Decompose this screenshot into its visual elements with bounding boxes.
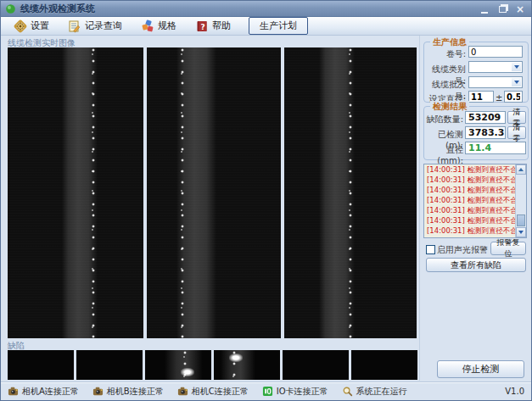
defect-thumbnail[interactable]	[351, 350, 417, 380]
defect-thumbnail[interactable]	[76, 350, 143, 380]
scroll-up-icon	[518, 168, 524, 171]
camera-a-status: 相机A连接正常	[8, 386, 79, 398]
panel-divider	[419, 36, 420, 381]
log-entry: [14:00:31] 检测到直径不合格	[424, 164, 526, 175]
camera-icon	[92, 386, 104, 397]
scrollbar-thumb[interactable]	[517, 214, 525, 226]
measured-length-value: 3783.3	[465, 126, 506, 139]
sound-light-alarm-checkbox[interactable]	[426, 245, 435, 254]
spec-label: 规格	[158, 19, 176, 32]
scroll-down-icon	[518, 231, 524, 234]
restore-button[interactable]	[496, 3, 509, 14]
io-card-status: IO卡连接正常	[262, 386, 328, 398]
titlebar: 线缆外观检测系统 ×	[1, 1, 531, 17]
search-icon	[342, 386, 353, 397]
alarm-reset-button[interactable]: 报警复位	[490, 242, 526, 255]
defect-thumbnail[interactable]	[214, 350, 280, 380]
scroll-up-button[interactable]	[516, 164, 526, 175]
camera-b-status-text: 相机B连接正常	[107, 386, 164, 398]
sound-light-alarm-label: 启用声光报警	[437, 244, 488, 256]
toolbar: 设置 记录查询 规格 ? 帮助 生产计划	[1, 17, 531, 36]
camera-c-status: 相机C连接正常	[177, 386, 249, 398]
scroll-down-button[interactable]	[516, 227, 526, 237]
log-entry: [14:00:31] 检测到直径不合格	[424, 195, 526, 205]
chevron-down-icon[interactable]	[512, 63, 521, 71]
settings-label: 设置	[31, 19, 49, 32]
help-button[interactable]: ? 帮助	[189, 17, 237, 36]
record-query-button[interactable]: 记录查询	[62, 17, 128, 36]
camera-c-status-text: 相机C连接正常	[192, 386, 249, 398]
statusbar: 相机A连接正常 相机B连接正常 相机C连接正常 IO卡连接正常 系统正在运行 V…	[1, 382, 531, 400]
log-entry: [14:00:31] 检测到直径不合格	[424, 215, 526, 226]
record-query-label: 记录查询	[85, 19, 122, 32]
diameter-value: 11.4	[465, 142, 526, 154]
defect-count-value: 53209	[465, 111, 506, 124]
system-running-status: 系统正在运行	[342, 386, 407, 398]
camera-b-status: 相机B连接正常	[92, 386, 164, 398]
plus-minus-sign: ±	[496, 93, 502, 103]
view-all-defects-button[interactable]: 查看所有缺陷	[426, 258, 526, 272]
reel-number-input[interactable]	[468, 46, 523, 58]
camera-c-live-image	[284, 47, 417, 338]
gear-icon	[14, 19, 27, 33]
notebook-icon	[68, 19, 81, 33]
diameter-label: 直径(mm):	[425, 144, 463, 165]
spec-button[interactable]: 规格	[135, 17, 182, 36]
io-card-icon	[262, 386, 273, 397]
camera-icon	[177, 386, 188, 397]
defect-thumbnail[interactable]	[145, 350, 211, 380]
spec-icon	[141, 19, 154, 33]
log-entry: [14:00:31] 检测到直径不合格	[424, 226, 526, 236]
reel-number-label: 卷号:	[425, 48, 466, 60]
log-entry: [14:00:31] 检测到直径不合格	[424, 185, 526, 195]
restore-icon	[499, 6, 507, 13]
close-button[interactable]: ×	[513, 3, 527, 14]
settings-button[interactable]: 设置	[8, 17, 55, 36]
cable-batch-select[interactable]	[468, 76, 523, 88]
set-diameter-input[interactable]	[468, 91, 494, 103]
defect-count-label: 缺陷数量:	[425, 114, 463, 125]
production-info-title: 生产信息	[430, 36, 469, 48]
camera-icon	[8, 386, 19, 397]
app-window: 线缆外观检测系统 × 设置 记录查询 规格 ? 帮助 生产计划 线缆检测实时图像…	[0, 0, 532, 401]
tolerance-input[interactable]	[504, 91, 523, 103]
defect-thumbnail[interactable]	[8, 350, 74, 380]
defect-thumbnail[interactable]	[283, 350, 349, 380]
version-label: V1.0	[505, 387, 524, 396]
svg-text:?: ?	[200, 22, 204, 31]
detection-results-title: 检测结果	[430, 101, 469, 113]
system-running-text: 系统正在运行	[356, 386, 407, 398]
app-icon	[5, 3, 16, 14]
help-label: 帮助	[212, 19, 231, 32]
log-entry: [14:00:31] 检测到直径不合格	[424, 175, 526, 185]
window-title: 线缆外观检测系统	[20, 3, 95, 15]
cable-category-select[interactable]	[468, 61, 523, 73]
clear-length-button[interactable]: 清零	[507, 126, 526, 139]
log-scrollbar[interactable]	[515, 164, 526, 237]
camera-a-live-image	[8, 47, 143, 338]
camera-a-status-text: 相机A连接正常	[22, 386, 79, 398]
alarm-log-list[interactable]: [14:00:31] 检测到直径不合格 [14:00:31] 检测到直径不合格 …	[423, 164, 527, 238]
minimize-icon	[481, 5, 488, 14]
stop-detection-button[interactable]: 停止检测	[437, 360, 524, 378]
io-card-status-text: IO卡连接正常	[277, 386, 328, 398]
log-entry: [14:00:31] 检测到直径不合格	[424, 205, 526, 215]
camera-b-live-image	[147, 47, 281, 338]
production-plan-button[interactable]: 生产计划	[249, 17, 308, 35]
help-book-icon: ?	[195, 19, 209, 33]
close-icon: ×	[516, 5, 524, 14]
chevron-down-icon[interactable]	[512, 78, 521, 86]
minimize-button[interactable]	[478, 3, 491, 14]
